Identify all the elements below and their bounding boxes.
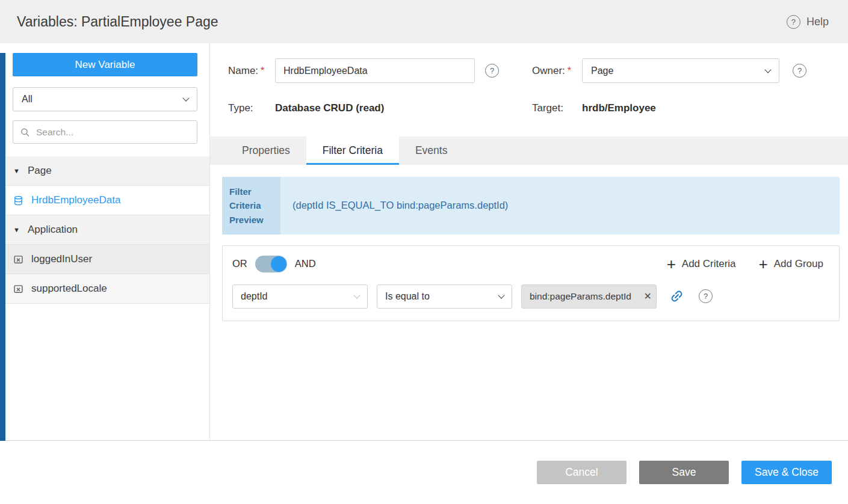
criteria-builder: OR AND + Add Criteria + Add Group xyxy=(222,245,840,321)
add-group-label: Add Group xyxy=(774,258,823,270)
variable-icon xyxy=(13,284,23,294)
help-label: Help xyxy=(806,16,829,28)
tree-group-label: Page xyxy=(28,165,52,177)
add-criteria-button[interactable]: + Add Criteria xyxy=(667,258,736,270)
name-input[interactable] xyxy=(275,58,475,83)
tree-item-loggedinuser[interactable]: loggedInUser xyxy=(0,245,209,274)
tree-item-hrdbemployeedata[interactable]: HrdbEmployeeData xyxy=(0,186,209,215)
tree-item-label: HrdbEmployeeData xyxy=(31,194,120,206)
search-icon xyxy=(20,128,30,137)
type-value: Database CRUD (read) xyxy=(275,102,475,114)
dialog-footer: Cancel Save Save & Close xyxy=(0,441,848,504)
name-help-icon[interactable]: ? xyxy=(485,64,499,78)
variables-sidebar: New Variable All ▼ Page xyxy=(0,43,210,440)
owner-help-icon[interactable]: ? xyxy=(793,64,806,78)
tree-item-supportedlocale[interactable]: supportedLocale xyxy=(0,274,209,304)
variable-filter-select[interactable]: All xyxy=(13,87,197,111)
field-value: deptId xyxy=(241,291,267,302)
tree-group-application[interactable]: ▼ Application xyxy=(0,215,209,245)
tab-events[interactable]: Events xyxy=(399,137,464,165)
tab-filter-criteria[interactable]: Filter Criteria xyxy=(306,137,399,165)
tree-group-label: Application xyxy=(28,224,78,236)
tree-item-label: loggedInUser xyxy=(31,253,92,265)
target-value: hrdb/Employee xyxy=(582,102,779,114)
plus-icon: + xyxy=(667,258,676,270)
search-box xyxy=(13,120,197,144)
operator-value: Is equal to xyxy=(385,291,430,302)
add-group-button[interactable]: + Add Group xyxy=(759,258,823,270)
variable-filter-value: All xyxy=(22,94,32,105)
cancel-button[interactable]: Cancel xyxy=(537,461,627,484)
search-input[interactable] xyxy=(36,127,190,138)
chevron-down-icon xyxy=(182,94,189,101)
owner-select[interactable]: Page xyxy=(582,58,779,83)
bind-link-icon[interactable] xyxy=(666,286,687,307)
tree-item-label: supportedLocale xyxy=(31,283,107,295)
tree-group-page[interactable]: ▼ Page xyxy=(0,156,209,186)
variables-tree: ▼ Page HrdbEmployeeData ▼ Appli xyxy=(0,156,209,304)
collapse-icon: ▼ xyxy=(13,167,20,174)
preview-label: Filter Criteria Preview xyxy=(222,177,280,235)
or-and-toggle[interactable] xyxy=(255,256,287,272)
editor-tabs: Properties Filter Criteria Events xyxy=(210,137,848,165)
add-criteria-label: Add Criteria xyxy=(682,258,736,270)
required-marker: * xyxy=(261,66,264,76)
owner-value: Page xyxy=(591,66,613,76)
field-select[interactable]: deptId xyxy=(232,284,368,309)
preview-expression: (deptId IS_EQUAL_TO bind:pageParams.dept… xyxy=(280,177,840,235)
clear-value-icon[interactable]: ✕ xyxy=(644,290,652,302)
owner-label: Owner:* xyxy=(532,65,582,77)
variables-dialog: Variables: PartialEmployee Page ? Help N… xyxy=(0,0,848,504)
criteria-help-icon[interactable]: ? xyxy=(699,289,713,303)
value-binding-chip[interactable]: bind:pageParams.deptId ✕ xyxy=(521,284,657,309)
chevron-down-icon xyxy=(764,66,771,73)
help-icon: ? xyxy=(787,15,800,29)
save-button[interactable]: Save xyxy=(639,461,729,484)
help-button[interactable]: ? Help xyxy=(787,15,829,29)
toggle-knob xyxy=(271,256,286,272)
operator-select[interactable]: Is equal to xyxy=(377,284,512,309)
required-marker: * xyxy=(568,66,571,76)
new-variable-button[interactable]: New Variable xyxy=(13,53,197,76)
save-and-close-button[interactable]: Save & Close xyxy=(741,461,832,484)
page-title: Variables: PartialEmployee Page xyxy=(17,14,218,30)
target-label: Target: xyxy=(532,102,582,114)
database-variable-icon xyxy=(13,195,23,206)
collapse-icon: ▼ xyxy=(13,226,20,233)
filter-criteria-preview: Filter Criteria Preview (deptId IS_EQUAL… xyxy=(222,177,840,235)
and-label: AND xyxy=(295,258,316,269)
variable-icon xyxy=(13,254,23,265)
chevron-down-icon xyxy=(498,292,504,298)
or-label: OR xyxy=(232,258,247,269)
value-binding-text: bind:pageParams.deptId xyxy=(530,291,643,302)
filter-criteria-panel: Filter Criteria Preview (deptId IS_EQUAL… xyxy=(210,165,848,440)
dialog-header: Variables: PartialEmployee Page ? Help xyxy=(0,0,848,43)
tab-properties[interactable]: Properties xyxy=(226,137,306,165)
type-label: Type: xyxy=(228,102,275,114)
sidebar-scrollbar[interactable] xyxy=(0,53,5,441)
name-label: Name:* xyxy=(228,65,275,77)
plus-icon: + xyxy=(759,258,768,270)
chevron-down-icon xyxy=(353,292,360,298)
variable-editor: Name:* ? Owner:* Page xyxy=(210,43,848,440)
